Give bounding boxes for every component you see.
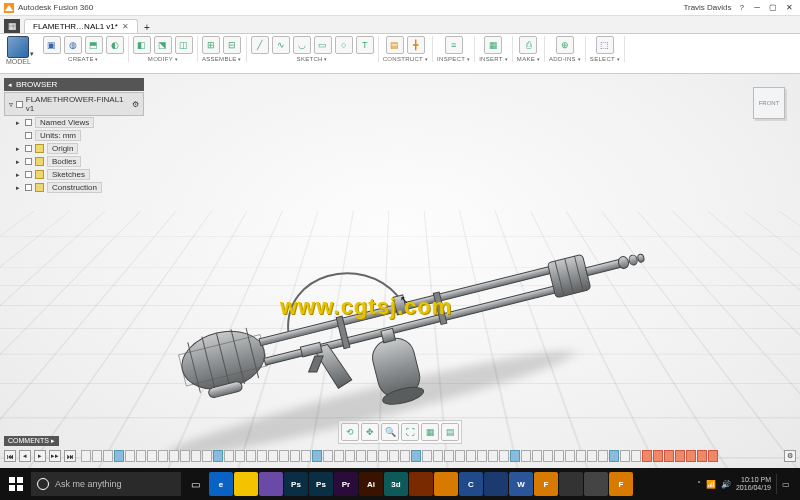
sketch-text-icon[interactable]: T [356, 36, 374, 54]
taskbar-app[interactable] [234, 472, 258, 496]
task-view-button[interactable]: ▭ [182, 471, 208, 497]
create-extrude-icon[interactable]: ⬒ [85, 36, 103, 54]
timeline-feature[interactable] [521, 450, 531, 462]
timeline-feature[interactable] [422, 450, 432, 462]
taskbar-app[interactable]: C [459, 472, 483, 496]
timeline-feature[interactable] [103, 450, 113, 462]
timeline-feature[interactable] [92, 450, 102, 462]
cortana-search[interactable]: Ask me anything [31, 472, 181, 496]
timeline-feature[interactable] [708, 450, 718, 462]
timeline-feature[interactable] [345, 450, 355, 462]
timeline-feature[interactable] [180, 450, 190, 462]
flamethrower-model[interactable] [150, 224, 670, 424]
new-tab-button[interactable]: + [138, 22, 156, 33]
close-button[interactable]: ✕ [782, 2, 796, 14]
modify-fillet-icon[interactable]: ◧ [133, 36, 151, 54]
timeline-feature[interactable] [444, 450, 454, 462]
insert-decal-icon[interactable]: ▦ [484, 36, 502, 54]
timeline-next-button[interactable]: ▸▸ [49, 450, 61, 462]
tree-item[interactable]: ▸Sketches [4, 168, 144, 181]
timeline-feature[interactable] [169, 450, 179, 462]
timeline-feature[interactable] [587, 450, 597, 462]
taskbar-app[interactable]: Ps [284, 472, 308, 496]
timeline-feature[interactable] [158, 450, 168, 462]
timeline-feature[interactable] [576, 450, 586, 462]
clock[interactable]: 10:10 PM 2016/04/19 [736, 476, 771, 492]
browser-root-node[interactable]: ▿ FLAMETHROWER-FINAL1 v1 ⚙ [4, 92, 144, 116]
create-revolve-icon[interactable]: ◐ [106, 36, 124, 54]
sketch-arc-icon[interactable]: ◡ [293, 36, 311, 54]
taskbar-app[interactable]: e [209, 472, 233, 496]
timeline-play-button[interactable]: ▸ [34, 450, 46, 462]
modify-press-icon[interactable]: ⬔ [154, 36, 172, 54]
timeline-feature[interactable] [433, 450, 443, 462]
taskbar-app[interactable]: F [609, 472, 633, 496]
ribbon-label-construct[interactable]: CONSTRUCT [383, 56, 428, 62]
timeline-feature[interactable] [246, 450, 256, 462]
taskbar-app[interactable] [484, 472, 508, 496]
minimize-button[interactable]: ─ [750, 2, 764, 14]
tree-item[interactable]: ▸Construction [4, 181, 144, 194]
make-3dprint-icon[interactable]: ⎙ [519, 36, 537, 54]
action-center-button[interactable]: ▭ [776, 474, 794, 494]
timeline-feature[interactable] [664, 450, 674, 462]
viewcube[interactable]: FRONT [748, 82, 790, 124]
timeline-feature[interactable] [411, 450, 421, 462]
create-cylinder-icon[interactable]: ◍ [64, 36, 82, 54]
document-tab[interactable]: FLAMETHR…NAL1 v1* ✕ [24, 19, 138, 33]
tree-item[interactable]: ▸Named Views [4, 116, 144, 129]
sketch-rect-icon[interactable]: ▭ [314, 36, 332, 54]
timeline-feature[interactable] [147, 450, 157, 462]
taskbar-app[interactable] [584, 472, 608, 496]
taskbar-app[interactable] [259, 472, 283, 496]
viewports-icon[interactable]: ▤ [441, 423, 459, 441]
system-tray[interactable]: ˄ 📶 🔊 10:10 PM 2016/04/19 ▭ [697, 474, 798, 494]
tree-item[interactable]: ▸Bodies [4, 155, 144, 168]
timeline-feature[interactable] [136, 450, 146, 462]
visibility-toggle[interactable] [25, 184, 32, 191]
ribbon-label-addins[interactable]: ADD-INS [549, 56, 581, 62]
browser-header[interactable]: ◂ BROWSER [4, 78, 144, 91]
tray-chevron-icon[interactable]: ˄ [697, 480, 701, 489]
timeline-feature[interactable] [367, 450, 377, 462]
timeline-feature[interactable] [675, 450, 685, 462]
timeline-feature[interactable] [488, 450, 498, 462]
create-box-icon[interactable]: ▣ [43, 36, 61, 54]
workspace-switcher[interactable]: MODEL [6, 36, 31, 65]
tree-item[interactable]: ▸Origin [4, 142, 144, 155]
data-panel-toggle[interactable]: ▦ [4, 19, 20, 33]
timeline-feature[interactable] [301, 450, 311, 462]
construct-plane-icon[interactable]: ▤ [386, 36, 404, 54]
timeline-prev-button[interactable]: ◂ [19, 450, 31, 462]
zoom-icon[interactable]: 🔍 [381, 423, 399, 441]
ribbon-label-insert[interactable]: INSERT [479, 56, 508, 62]
timeline-feature[interactable] [455, 450, 465, 462]
taskbar-app[interactable] [434, 472, 458, 496]
visibility-toggle[interactable] [25, 119, 32, 126]
collapse-icon[interactable]: ◂ [8, 81, 12, 89]
timeline-feature[interactable] [323, 450, 333, 462]
timeline-feature[interactable] [202, 450, 212, 462]
timeline-feature[interactable] [334, 450, 344, 462]
timeline-feature[interactable] [642, 450, 652, 462]
addins-icon[interactable]: ⊕ [556, 36, 574, 54]
ribbon-label-make[interactable]: MAKE [517, 56, 540, 62]
timeline-feature[interactable] [213, 450, 223, 462]
volume-icon[interactable]: 🔊 [721, 480, 731, 489]
timeline-feature[interactable] [290, 450, 300, 462]
user-name[interactable]: Travis Davids [683, 3, 731, 12]
ribbon-label-modify[interactable]: MODIFY [148, 56, 178, 62]
taskbar-app[interactable] [409, 472, 433, 496]
visibility-toggle[interactable] [25, 171, 32, 178]
viewcube-face-label[interactable]: FRONT [753, 87, 785, 119]
timeline-feature[interactable] [499, 450, 509, 462]
sketch-line-icon[interactable]: ╱ [251, 36, 269, 54]
visibility-toggle[interactable] [25, 132, 32, 139]
help-icon[interactable]: ? [740, 3, 744, 12]
sketch-circle-icon[interactable]: ○ [335, 36, 353, 54]
ribbon-label-create[interactable]: CREATE [68, 56, 99, 62]
timeline-feature[interactable] [598, 450, 608, 462]
taskbar-app[interactable]: Ai [359, 472, 383, 496]
ribbon-label-assemble[interactable]: ASSEMBLE [202, 56, 242, 62]
modify-shell-icon[interactable]: ◫ [175, 36, 193, 54]
